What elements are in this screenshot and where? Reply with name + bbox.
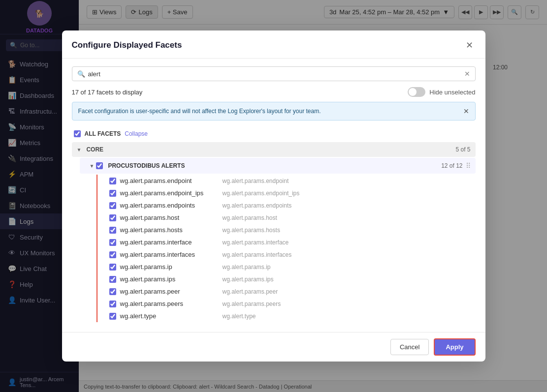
hide-unselected-switch[interactable] — [408, 87, 425, 97]
facet-checkbox-endpoint-ips[interactable] — [109, 190, 116, 197]
core-section-header[interactable]: ▼ CORE 5 of 5 — [72, 142, 476, 157]
search-clear-button[interactable]: ✕ — [464, 70, 470, 78]
modal-title: Configure Displayed Facets — [72, 40, 182, 50]
facet-name-host: wg.alert.params.host — [120, 214, 219, 221]
facet-name-ip: wg.alert.params.ip — [120, 263, 219, 271]
facet-checkbox-ips[interactable] — [109, 276, 116, 283]
list-item: wg.alert.params.ip wg.alert.params.ip — [105, 261, 476, 273]
facet-name-peer: wg.alert.params.peer — [120, 288, 219, 295]
facet-checkbox-peers[interactable] — [109, 301, 116, 307]
list-item: wg.alert.params.peer wg.alert.params.pee… — [105, 285, 476, 298]
facet-checkbox-interface[interactable] — [109, 239, 116, 246]
facet-desc-hosts: wg.alert.params.hosts — [223, 227, 280, 234]
list-item: wg.alert.params.host wg.alert.params.hos… — [105, 211, 476, 224]
facet-name-type: wg.alert.type — [120, 312, 219, 320]
core-section-count: 5 of 5 — [455, 146, 470, 153]
collapse-link[interactable]: Collapse — [125, 130, 148, 137]
list-item: wg.alert.params.endpoint_ips wg.alert.pa… — [105, 187, 476, 199]
facet-desc-endpoint: wg.alert.params.endpoint — [223, 178, 289, 184]
apply-button[interactable]: Apply — [434, 338, 475, 356]
facet-desc-endpoints: wg.alert.params.endpoints — [223, 202, 292, 209]
list-item: wg.alert.params.endpoints wg.alert.param… — [105, 199, 476, 211]
facet-checkbox-peer[interactable] — [109, 288, 116, 295]
facet-name-hosts: wg.alert.params.hosts — [120, 226, 219, 234]
modal-search-bar[interactable]: 🔍 ✕ — [72, 66, 476, 81]
list-item: wg.alert.type wg.alert.type — [105, 310, 476, 322]
facet-name-endpoint-ips: wg.alert.params.endpoint_ips — [120, 189, 219, 197]
facet-count-row: 17 of 17 facets to display Hide unselect… — [72, 87, 476, 97]
facet-items-list: wg.alert.params.endpoint wg.alert.params… — [97, 175, 476, 322]
facet-name-interface: wg.alert.params.interface — [120, 239, 219, 246]
facet-checkbox-endpoint[interactable] — [109, 178, 116, 184]
list-item: wg.alert.params.hosts wg.alert.params.ho… — [105, 224, 476, 236]
procustodibus-container: ▼ PROCUSTODIBUS ALERTS 12 of 12 ⠿ wg.ale… — [72, 158, 476, 322]
list-item: wg.alert.params.endpoint wg.alert.params… — [105, 175, 476, 187]
facet-checkbox-type[interactable] — [109, 313, 116, 320]
facet-name-ips: wg.alert.params.ips — [120, 275, 219, 283]
facet-name-endpoints: wg.alert.params.endpoints — [120, 202, 219, 209]
info-banner: Facet configuration is user-specific and… — [72, 102, 476, 121]
search-icon: 🔍 — [77, 70, 85, 78]
facet-desc-interface: wg.alert.params.interface — [223, 239, 289, 246]
facet-name-endpoint: wg.alert.params.endpoint — [120, 177, 219, 184]
toggle-knob — [409, 88, 417, 96]
facet-desc-host: wg.alert.params.host — [223, 214, 277, 221]
facet-desc-interfaces: wg.alert.params.interfaces — [223, 251, 292, 258]
core-chevron-icon: ▼ — [77, 147, 82, 152]
list-item: wg.alert.params.ips wg.alert.params.ips — [105, 273, 476, 285]
facet-checkbox-endpoints[interactable] — [109, 202, 116, 209]
facet-count-text: 17 of 17 facets to display — [72, 89, 143, 96]
modal-footer: Cancel Apply — [62, 332, 485, 362]
modal-body: 🔍 ✕ 17 of 17 facets to display Hide unse… — [62, 59, 485, 332]
facet-desc-peer: wg.alert.params.peer — [223, 288, 278, 295]
hide-unselected-toggle[interactable]: Hide unselected — [408, 87, 475, 97]
procustodibus-section-label: PROCUSTODIBUS ALERTS — [108, 162, 441, 169]
procustodibus-section-checkbox[interactable] — [96, 162, 103, 169]
list-item: wg.alert.params.peers wg.alert.params.pe… — [105, 298, 476, 310]
facet-desc-type: wg.alert.type — [223, 313, 256, 320]
info-banner-close-button[interactable]: ✕ — [463, 107, 469, 115]
configure-facets-modal: Configure Displayed Facets ✕ 🔍 ✕ 17 of 1… — [62, 30, 485, 362]
facet-checkbox-hosts[interactable] — [109, 227, 116, 234]
all-facets-label: ALL FACETS — [85, 130, 121, 137]
core-section-label: CORE — [86, 146, 455, 153]
modal-header: Configure Displayed Facets ✕ — [62, 30, 485, 59]
facet-desc-ip: wg.alert.params.ip — [223, 264, 271, 271]
procustodibus-chevron-icon: ▼ — [90, 163, 95, 169]
info-banner-text: Facet configuration is user-specific and… — [78, 108, 321, 115]
facet-checkbox-host[interactable] — [109, 214, 116, 221]
facet-name-interfaces: wg.alert.params.interfaces — [120, 251, 219, 258]
facet-desc-ips: wg.alert.params.ips — [223, 276, 274, 283]
procustodibus-section-count: 12 of 12 — [441, 162, 462, 169]
modal-close-button[interactable]: ✕ — [464, 39, 476, 51]
all-facets-checkbox[interactable] — [74, 130, 81, 137]
all-facets-row: ALL FACETS Collapse — [72, 127, 476, 140]
procustodibus-section-header[interactable]: ▼ PROCUSTODIBUS ALERTS 12 of 12 ⠿ — [80, 158, 476, 174]
drag-handle-icon[interactable]: ⠿ — [466, 162, 471, 170]
modal-overlay: Configure Displayed Facets ✕ 🔍 ✕ 17 of 1… — [0, 0, 547, 392]
facet-search-input[interactable] — [88, 70, 464, 78]
facet-checkbox-interfaces[interactable] — [109, 251, 116, 258]
facet-name-peers: wg.alert.params.peers — [120, 300, 219, 307]
facet-checkbox-ip[interactable] — [109, 264, 116, 271]
facet-desc-peers: wg.alert.params.peers — [223, 301, 281, 307]
hide-unselected-label: Hide unselected — [429, 89, 475, 96]
facet-desc-endpoint-ips: wg.alert.params.endpoint_ips — [223, 190, 300, 197]
cancel-button[interactable]: Cancel — [390, 339, 429, 355]
list-item: wg.alert.params.interfaces wg.alert.para… — [105, 248, 476, 261]
list-item: wg.alert.params.interface wg.alert.param… — [105, 236, 476, 248]
